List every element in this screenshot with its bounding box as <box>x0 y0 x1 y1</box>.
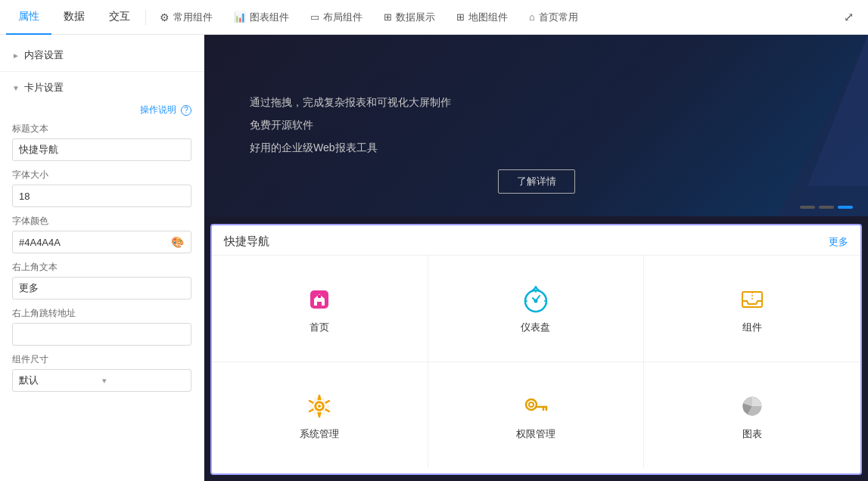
svg-point-8 <box>534 286 537 288</box>
quick-nav-grid: 首页 <box>212 255 860 468</box>
title-text-field: 标题文本 <box>12 123 191 161</box>
tab-chart-components[interactable]: 📊 图表组件 <box>223 0 300 35</box>
banner-text-block: 通过拖拽，完成复杂报表和可视化大屏制作 免费开源软件 好用的企业级Web报表工具 <box>250 92 451 160</box>
corner-url-input[interactable] <box>12 323 191 346</box>
font-size-input[interactable] <box>12 185 191 207</box>
permadmin-cell-icon <box>519 389 552 423</box>
section-card-label: 卡片设置 <box>24 81 64 95</box>
tab-properties[interactable]: 属性 <box>6 0 51 35</box>
component-size-select[interactable]: 默认 ▾ <box>12 369 191 392</box>
corner-text-label: 右上角文本 <box>12 261 191 274</box>
title-text-label: 标题文本 <box>12 123 191 135</box>
quick-nav-panel: 快捷导航 更多 首页 <box>210 224 862 475</box>
operation-hint: 操作说明 ? <box>12 104 191 116</box>
right-canvas-area: 通过拖拽，完成复杂报表和可视化大屏制作 免费开源软件 好用的企业级Web报表工具… <box>204 35 868 481</box>
svg-marker-1 <box>807 35 868 186</box>
tab-home-common[interactable]: ⌂ 首页常用 <box>518 0 589 35</box>
layout-icon: ▭ <box>310 11 319 23</box>
chart-cell-icon <box>736 389 769 423</box>
banner-line-1: 通过拖拽，完成复杂报表和可视化大屏制作 <box>250 92 451 113</box>
banner-dots <box>800 206 853 209</box>
corner-text-field: 右上角文本 <box>12 261 191 299</box>
tab-layout-components[interactable]: ▭ 布局组件 <box>300 0 373 35</box>
grid-icon: ⊞ <box>384 11 392 23</box>
title-text-input[interactable] <box>12 138 191 161</box>
section-content-label: 内容设置 <box>24 48 64 62</box>
hint-circle-icon: ? <box>181 105 191 116</box>
component-size-field: 组件尺寸 默认 ▾ <box>12 353 191 392</box>
svg-rect-3 <box>318 295 321 298</box>
svg-line-6 <box>536 296 540 301</box>
quick-nav-label-component: 组件 <box>742 321 762 334</box>
corner-url-field: 右上角跳转地址 <box>12 307 191 346</box>
quick-nav-header: 快捷导航 更多 <box>212 225 860 255</box>
quick-nav-item-permadmin[interactable]: 权限管理 <box>428 362 645 469</box>
sysadmin-cell-icon <box>303 389 336 423</box>
quick-nav-label-sysadmin: 系统管理 <box>300 427 339 441</box>
quick-nav-more-link[interactable]: 更多 <box>829 235 848 249</box>
main-layout: ► 内容设置 ▼ 卡片设置 操作说明 ? 标题文本 字体大小 <box>0 35 868 481</box>
svg-point-16 <box>318 405 321 408</box>
banner-line-3: 好用的企业级Web报表工具 <box>250 137 451 158</box>
tab-data-display[interactable]: ⊞ 数据展示 <box>373 0 446 35</box>
quick-nav-item-sysadmin[interactable]: 系统管理 <box>212 362 428 469</box>
banner-dot-1 <box>800 206 815 209</box>
banner-decoration <box>747 35 868 216</box>
dashboard-cell-icon <box>519 283 552 316</box>
quick-nav-item-chart[interactable]: 图表 <box>644 362 860 469</box>
dark-banner: 通过拖拽，完成复杂报表和可视化大屏制作 免费开源软件 好用的企业级Web报表工具… <box>204 35 868 216</box>
tab-interaction[interactable]: 交互 <box>97 0 142 35</box>
quick-nav-label-home: 首页 <box>310 321 329 334</box>
quick-nav-label-permadmin: 权限管理 <box>516 427 555 441</box>
quick-nav-item-component[interactable]: 组件 <box>644 256 860 362</box>
section-content-arrow: ► <box>12 51 20 60</box>
left-properties-panel: ► 内容设置 ▼ 卡片设置 操作说明 ? 标题文本 字体大小 <box>0 35 204 481</box>
quick-nav-item-home[interactable]: 首页 <box>212 256 428 362</box>
font-size-field: 字体大小 <box>12 169 191 207</box>
component-size-label: 组件尺寸 <box>12 353 191 366</box>
quick-nav-label-dashboard: 仪表盘 <box>521 321 550 334</box>
font-color-input-wrapper[interactable]: 🎨 <box>12 231 191 253</box>
top-navigation: 属性 数据 交互 ⚙ 常用组件 📊 图表组件 ▭ 布局组件 ⊞ 数据展示 ⊞ 地… <box>0 0 868 35</box>
corner-text-input[interactable] <box>12 277 191 299</box>
font-color-input[interactable] <box>19 237 170 248</box>
component-cell-icon <box>736 283 769 316</box>
tab-data[interactable]: 数据 <box>51 0 97 35</box>
color-picker-icon[interactable]: 🎨 <box>170 234 185 250</box>
svg-line-7 <box>533 298 536 301</box>
gear-icon: ⚙ <box>160 11 170 23</box>
learn-more-button[interactable]: 了解详情 <box>498 169 575 194</box>
section-card-arrow: ▼ <box>12 84 20 92</box>
section-card-settings[interactable]: ▼ 卡片设置 <box>0 75 204 101</box>
font-color-field: 字体颜色 🎨 <box>12 215 191 253</box>
quick-nav-title: 快捷导航 <box>224 234 269 249</box>
bar-chart-icon: 📊 <box>234 11 246 23</box>
home-nav-icon: ⌂ <box>529 11 535 23</box>
expand-icon[interactable]: ⤢ <box>835 0 862 35</box>
tab-map-components[interactable]: ⊞ 地图组件 <box>446 0 518 35</box>
banner-line-2: 免费开源软件 <box>250 114 451 135</box>
corner-url-label: 右上角跳转地址 <box>12 307 191 320</box>
font-size-label: 字体大小 <box>12 169 191 182</box>
chevron-down-icon: ▾ <box>102 376 185 386</box>
section-content-settings[interactable]: ► 内容设置 <box>0 42 204 68</box>
tab-common-components[interactable]: ⚙ 常用组件 <box>149 0 223 35</box>
svg-point-18 <box>529 402 534 407</box>
operation-hint-link[interactable]: 操作说明 <box>140 104 176 115</box>
home-cell-icon <box>303 283 336 316</box>
banner-dot-2 <box>819 206 834 209</box>
quick-nav-item-dashboard[interactable]: 仪表盘 <box>428 256 645 362</box>
font-color-label: 字体颜色 <box>12 215 191 228</box>
svg-point-17 <box>526 399 537 410</box>
card-settings-content: 操作说明 ? 标题文本 字体大小 字体颜色 🎨 <box>0 101 204 408</box>
map-icon: ⊞ <box>456 11 465 23</box>
banner-dot-3 <box>838 206 853 209</box>
component-size-value: 默认 <box>19 374 102 387</box>
quick-nav-label-chart: 图表 <box>742 427 762 441</box>
